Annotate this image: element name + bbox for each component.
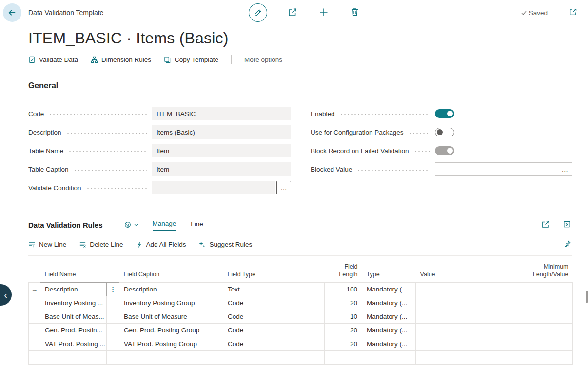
cell-value[interactable] [416, 323, 526, 337]
more-options-button[interactable]: More options [244, 56, 282, 63]
table-row[interactable]: Gen. Prod. Postin...Gen. Prod. Posting G… [29, 323, 573, 337]
row-context-menu[interactable] [107, 337, 119, 350]
validate-data-button[interactable]: Validate Data [28, 56, 78, 63]
general-heading[interactable]: General [28, 81, 572, 94]
cell-min[interactable] [526, 296, 573, 310]
tab-line[interactable]: Line [191, 220, 203, 231]
cell-value[interactable] [416, 296, 526, 310]
row-context-menu[interactable] [107, 310, 119, 323]
popout-button[interactable] [568, 7, 578, 19]
table-caption-field[interactable] [152, 162, 291, 176]
cell-field-name[interactable]: Description [40, 282, 107, 296]
use-config-toggle[interactable] [435, 128, 454, 136]
col-minimum-length-value[interactable]: Minimum Length/Value [526, 263, 573, 282]
cell-field-type[interactable] [223, 350, 325, 364]
cell-field-length[interactable]: 100 [325, 282, 362, 296]
dimension-rules-button[interactable]: Dimension Rules [91, 56, 151, 63]
suggest-rules-button[interactable]: Suggest Rules [198, 241, 252, 248]
table-row[interactable]: Inventory Posting ...Inventory Posting G… [29, 296, 573, 310]
col-value[interactable]: Value [416, 263, 526, 282]
cell-field-length[interactable]: 20 [325, 337, 362, 350]
row-selector-cell[interactable] [29, 323, 40, 337]
cell-field-name[interactable]: Base Unit of Meas... [40, 310, 107, 323]
cell-field-caption[interactable]: Inventory Posting Group [119, 296, 223, 310]
cell-min[interactable] [526, 337, 573, 350]
row-context-menu[interactable] [107, 350, 119, 364]
cell-type[interactable]: Mandatory (... [362, 310, 416, 323]
share-button[interactable] [287, 6, 298, 19]
cell-field-length[interactable]: 10 [325, 310, 362, 323]
row-context-menu[interactable]: ⋮ [107, 282, 119, 296]
col-field-type[interactable]: Field Type [223, 263, 325, 282]
table-row[interactable] [29, 350, 573, 364]
new-button[interactable] [318, 6, 330, 19]
row-context-menu[interactable] [107, 296, 119, 310]
cell-field-type[interactable]: Code [223, 323, 325, 337]
col-field-caption[interactable]: Field Caption [119, 263, 223, 282]
views-filter-button[interactable] [124, 221, 139, 229]
cell-min[interactable] [526, 323, 573, 337]
edit-button[interactable] [249, 3, 267, 22]
cell-field-name[interactable]: Inventory Posting ... [40, 296, 107, 310]
row-selector-cell[interactable] [29, 350, 40, 364]
col-field-name[interactable]: Field Name [40, 263, 119, 282]
table-row[interactable]: VAT Prod. Posting ...VAT Prod. Posting G… [29, 337, 573, 350]
cell-field-name[interactable]: Gen. Prod. Postin... [40, 323, 107, 337]
cell-field-type[interactable]: Code [223, 296, 325, 310]
rules-share-button[interactable] [540, 219, 551, 231]
scrollbar-thumb[interactable] [586, 291, 588, 303]
cell-value[interactable] [416, 282, 526, 296]
cell-min[interactable] [526, 310, 573, 323]
cell-field-length[interactable]: 20 [325, 323, 362, 337]
description-field[interactable] [152, 125, 291, 139]
cell-type[interactable]: Mandatory (... [362, 323, 416, 337]
enabled-toggle[interactable] [435, 109, 454, 118]
cell-field-length[interactable]: 20 [325, 296, 362, 310]
cell-type[interactable]: Mandatory (... [362, 282, 416, 296]
blocked-value-assist[interactable]: … [562, 166, 568, 173]
cell-type[interactable]: Mandatory (... [362, 296, 416, 310]
cell-field-name[interactable]: VAT Prod. Posting ... [40, 337, 107, 350]
cell-field-type[interactable]: Text [223, 282, 325, 296]
open-in-excel-button[interactable] [562, 219, 572, 231]
col-field-length[interactable]: Field Length [325, 263, 362, 282]
table-name-field[interactable] [152, 144, 291, 157]
table-row[interactable]: Base Unit of Meas...Base Unit of Measure… [29, 310, 573, 323]
row-selector-cell[interactable] [29, 310, 40, 323]
cell-field-name[interactable] [40, 350, 107, 364]
cell-field-caption[interactable]: VAT Prod. Posting Group [119, 337, 223, 350]
cell-field-caption[interactable]: Gen. Prod. Posting Group [119, 323, 223, 337]
pin-button[interactable] [563, 239, 572, 250]
cell-min[interactable] [526, 282, 573, 296]
table-row[interactable]: →Description⋮DescriptionText100Mandatory… [29, 282, 573, 296]
cell-type[interactable] [362, 350, 416, 364]
validate-condition-assist-button[interactable]: … [276, 181, 291, 194]
cell-field-caption[interactable]: Description [119, 282, 223, 296]
copy-template-button[interactable]: Copy Template [164, 56, 218, 63]
cell-type[interactable]: Mandatory (... [362, 337, 416, 350]
tab-manage[interactable]: Manage [153, 220, 176, 231]
cell-value[interactable] [416, 310, 526, 323]
breadcrumb[interactable]: Data Validation Template [28, 9, 103, 17]
back-button[interactable] [3, 3, 21, 22]
cell-field-type[interactable]: Code [223, 337, 325, 350]
cell-value[interactable] [416, 337, 526, 350]
cell-field-type[interactable]: Code [223, 310, 325, 323]
cell-field-caption[interactable] [119, 350, 223, 364]
new-line-button[interactable]: New Line [28, 241, 66, 248]
col-type[interactable]: Type [362, 263, 416, 282]
cell-value[interactable] [416, 350, 526, 364]
cell-min[interactable] [526, 350, 573, 364]
delete-button[interactable] [349, 6, 360, 19]
selected-row-arrow[interactable]: → [29, 282, 40, 296]
row-context-menu[interactable] [107, 323, 119, 337]
blocked-value-field[interactable]: … [435, 162, 572, 176]
add-all-fields-button[interactable]: Add All Fields [136, 241, 186, 248]
row-selector-cell[interactable] [29, 296, 40, 310]
row-selector-cell[interactable] [29, 337, 40, 350]
cell-field-caption[interactable]: Base Unit of Measure [119, 310, 223, 323]
delete-line-button[interactable]: Delete Line [79, 241, 123, 248]
validate-condition-field[interactable] [152, 181, 275, 194]
cell-field-length[interactable] [325, 350, 362, 364]
block-record-toggle[interactable] [435, 146, 454, 155]
